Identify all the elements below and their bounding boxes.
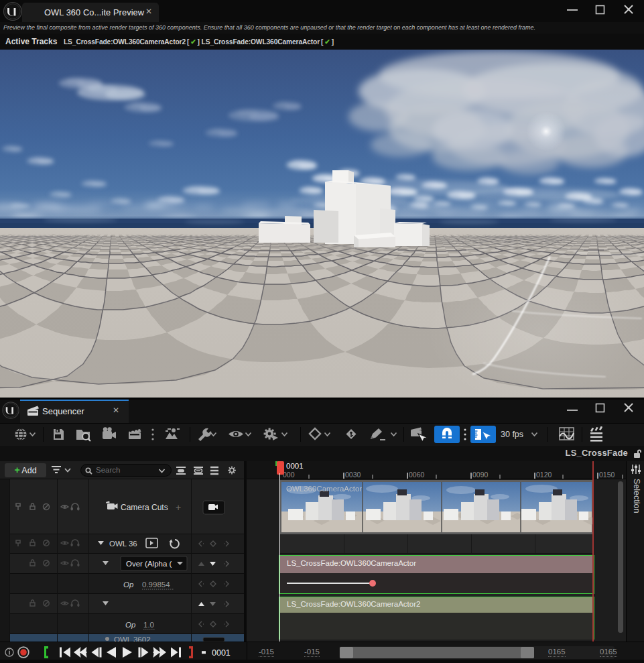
svg-text:0120: 0120 <box>536 471 552 479</box>
svg-text:000: 000 <box>283 471 295 479</box>
svg-text:0030: 0030 <box>345 471 361 479</box>
svg-text:Op: Op <box>125 621 136 629</box>
svg-text:OWL 36: OWL 36 <box>109 540 137 548</box>
svg-text:0.99854: 0.99854 <box>142 581 170 589</box>
svg-text:0001: 0001 <box>286 462 304 470</box>
svg-text:+: + <box>176 502 181 513</box>
svg-text:Over (Alpha (: Over (Alpha ( <box>126 560 172 568</box>
svg-text:Op: Op <box>123 581 134 589</box>
svg-text:Camera Cuts: Camera Cuts <box>121 503 168 512</box>
svg-text:30 fps: 30 fps <box>501 430 523 439</box>
svg-text:1.0: 1.0 <box>143 621 154 629</box>
svg-text:0001: 0001 <box>212 648 231 658</box>
svg-text:0090: 0090 <box>472 471 489 479</box>
svg-text:OWL360CameraActor: OWL360CameraActor <box>286 485 362 493</box>
svg-text:0060: 0060 <box>409 471 425 479</box>
svg-text:OWL 3602: OWL 3602 <box>114 636 151 642</box>
svg-text:0150: 0150 <box>599 471 615 479</box>
